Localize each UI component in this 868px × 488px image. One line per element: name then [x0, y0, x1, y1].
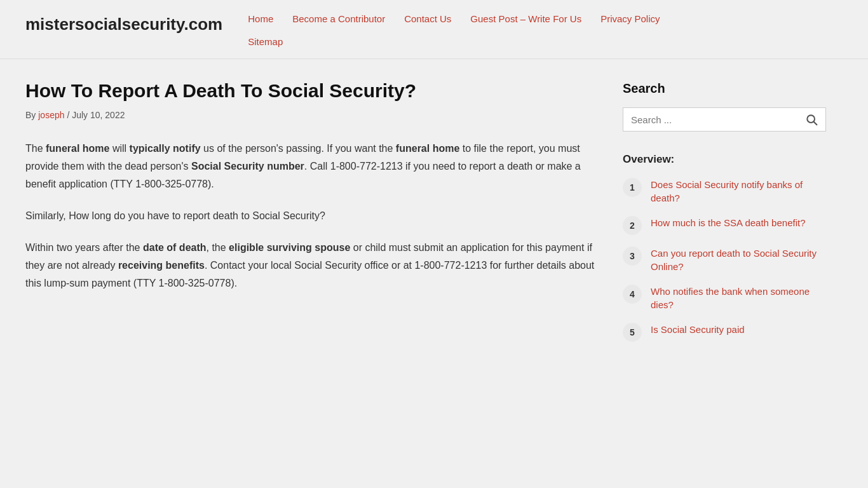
overview-link-5[interactable]: Is Social Security paid [651, 323, 745, 336]
paragraph-3: Within two years after the date of death… [25, 239, 597, 292]
nav-wrapper: Home Become a Contributor Contact Us Gue… [248, 6, 843, 52]
bold-surviving-spouse: eligible surviving spouse [229, 242, 350, 253]
nav-home[interactable]: Home [248, 11, 273, 27]
overview-link-1[interactable]: Does Social Security notify banks of dea… [651, 178, 826, 205]
article-title: How To Report A Death To Social Security… [25, 78, 597, 103]
overview-item-4: 4 Who notifies the bank when someone die… [623, 285, 826, 311]
meta-date: July 10, 2022 [72, 110, 125, 120]
search-box [623, 107, 826, 132]
overview-link-4[interactable]: Who notifies the bank when someone dies? [651, 285, 826, 311]
article-main: How To Report A Death To Social Security… [25, 78, 597, 342]
overview-item-2: 2 How much is the SSA death benefit? [623, 216, 826, 235]
bold-date-of-death: date of death [143, 242, 207, 253]
page-body: How To Report A Death To Social Security… [0, 59, 868, 361]
sidebar: Search Overview: 1 Does Social Security … [623, 78, 826, 342]
overview-number-5: 5 [623, 323, 642, 342]
overview-item-5: 5 Is Social Security paid [623, 323, 826, 342]
overview-number-4: 4 [623, 285, 642, 304]
search-icon [805, 113, 818, 126]
overview-number-1: 1 [623, 178, 642, 197]
overview-list: 1 Does Social Security notify banks of d… [623, 178, 826, 342]
nav-privacy[interactable]: Privacy Policy [600, 11, 660, 27]
nav-bottom: Sitemap [248, 32, 843, 52]
search-input[interactable] [631, 114, 805, 125]
nav-guest-post[interactable]: Guest Post – Write For Us [470, 11, 581, 27]
meta-separator: / [67, 110, 72, 120]
meta-by: By [25, 110, 36, 120]
paragraph-2: Similarly, How long do you have to repor… [25, 207, 597, 225]
overview-number-3: 3 [623, 247, 642, 266]
overview-item-1: 1 Does Social Security notify banks of d… [623, 178, 826, 205]
overview-title: Overview: [623, 151, 826, 168]
meta-author[interactable]: joseph [38, 110, 64, 120]
site-header: mistersocialsecurity.com Home Become a C… [0, 0, 868, 59]
nav-contributor[interactable]: Become a Contributor [292, 11, 385, 27]
article-content: The funeral home will typically notify u… [25, 140, 597, 292]
bold-typically-notify: typically notify [130, 143, 201, 154]
nav-contact[interactable]: Contact Us [404, 11, 451, 27]
overview-number-2: 2 [623, 216, 642, 235]
bold-funeral-home-2: funeral home [396, 143, 459, 154]
nav-sitemap[interactable]: Sitemap [248, 34, 283, 50]
bold-funeral-home-1: funeral home [46, 143, 109, 154]
overview-link-3[interactable]: Can you report death to Social Security … [651, 247, 826, 273]
overview-link-2[interactable]: How much is the SSA death benefit? [651, 216, 805, 229]
bold-receiving-benefits: receiving benefits [118, 260, 205, 271]
article-meta: By joseph / July 10, 2022 [25, 108, 597, 122]
overview-item-3: 3 Can you report death to Social Securit… [623, 247, 826, 273]
bold-ssn: Social Security number [191, 161, 304, 172]
site-logo[interactable]: mistersocialsecurity.com [25, 11, 222, 38]
search-heading: Search [623, 78, 826, 98]
nav-top: Home Become a Contributor Contact Us Gue… [248, 6, 843, 32]
svg-line-1 [814, 122, 817, 125]
paragraph-1: The funeral home will typically notify u… [25, 140, 597, 193]
search-button[interactable] [805, 113, 818, 126]
